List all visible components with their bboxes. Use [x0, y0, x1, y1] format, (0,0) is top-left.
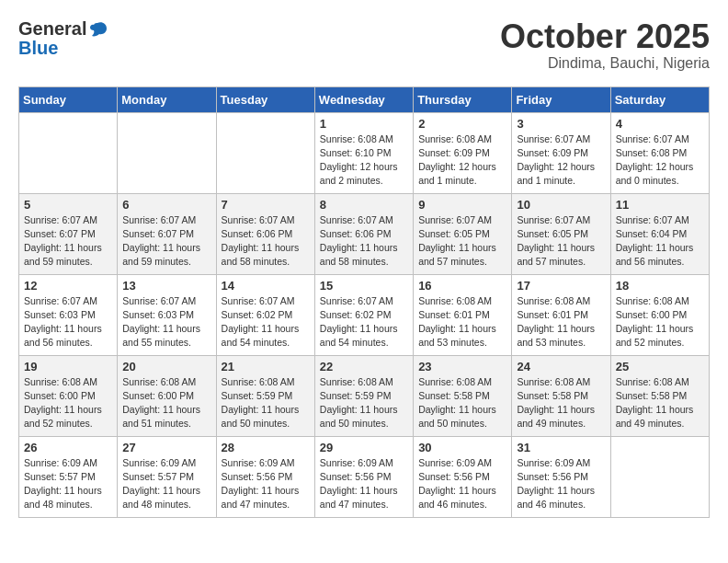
day-info: Sunrise: 6:08 AMSunset: 5:58 PMDaylight:… — [517, 375, 605, 431]
calendar-cell: 28Sunrise: 6:09 AMSunset: 5:56 PMDayligh… — [216, 436, 314, 517]
calendar-header-row: SundayMondayTuesdayWednesdayThursdayFrid… — [19, 86, 710, 112]
calendar-week-row: 12Sunrise: 6:07 AMSunset: 6:03 PMDayligh… — [19, 274, 710, 355]
day-info: Sunrise: 6:09 AMSunset: 5:57 PMDaylight:… — [24, 456, 112, 512]
day-number: 8 — [320, 198, 408, 212]
calendar-cell: 3Sunrise: 6:07 AMSunset: 6:09 PMDaylight… — [512, 112, 610, 193]
day-number: 17 — [517, 279, 605, 293]
day-info: Sunrise: 6:07 AMSunset: 6:04 PMDaylight:… — [616, 213, 704, 270]
col-header-monday: Monday — [118, 86, 216, 112]
day-number: 18 — [616, 279, 704, 293]
calendar-cell: 24Sunrise: 6:08 AMSunset: 5:58 PMDayligh… — [512, 355, 610, 436]
calendar-cell: 22Sunrise: 6:08 AMSunset: 5:59 PMDayligh… — [314, 355, 413, 436]
calendar-week-row: 1Sunrise: 6:08 AMSunset: 6:10 PMDaylight… — [19, 112, 710, 193]
day-number: 10 — [517, 198, 605, 212]
day-info: Sunrise: 6:07 AMSunset: 6:02 PMDaylight:… — [222, 294, 310, 350]
day-number: 15 — [320, 279, 408, 293]
day-number: 28 — [222, 441, 310, 454]
day-number: 27 — [122, 441, 210, 454]
calendar-cell: 21Sunrise: 6:08 AMSunset: 5:59 PMDayligh… — [216, 355, 314, 436]
calendar-cell: 27Sunrise: 6:09 AMSunset: 5:57 PMDayligh… — [118, 436, 216, 517]
calendar-cell: 25Sunrise: 6:08 AMSunset: 5:58 PMDayligh… — [610, 355, 709, 436]
day-info: Sunrise: 6:09 AMSunset: 5:56 PMDaylight:… — [320, 456, 408, 512]
calendar-cell: 31Sunrise: 6:09 AMSunset: 5:56 PMDayligh… — [512, 436, 610, 517]
logo-bird-icon — [88, 21, 108, 38]
calendar-cell: 18Sunrise: 6:08 AMSunset: 6:00 PMDayligh… — [610, 274, 709, 355]
calendar-cell: 26Sunrise: 6:09 AMSunset: 5:57 PMDayligh… — [19, 436, 118, 517]
calendar-cell: 20Sunrise: 6:08 AMSunset: 6:00 PMDayligh… — [118, 355, 216, 436]
logo-general-text: General — [18, 18, 86, 40]
calendar-cell: 6Sunrise: 6:07 AMSunset: 6:07 PMDaylight… — [118, 193, 216, 274]
calendar-cell — [19, 112, 118, 193]
day-info: Sunrise: 6:07 AMSunset: 6:07 PMDaylight:… — [122, 213, 210, 270]
day-number: 6 — [122, 198, 210, 212]
day-info: Sunrise: 6:07 AMSunset: 6:05 PMDaylight:… — [517, 213, 605, 270]
calendar-cell: 17Sunrise: 6:08 AMSunset: 6:01 PMDayligh… — [512, 274, 610, 355]
day-info: Sunrise: 6:08 AMSunset: 5:58 PMDaylight:… — [418, 375, 506, 431]
day-info: Sunrise: 6:07 AMSunset: 6:06 PMDaylight:… — [320, 213, 408, 270]
day-info: Sunrise: 6:07 AMSunset: 6:05 PMDaylight:… — [418, 213, 506, 270]
day-number: 11 — [616, 198, 704, 212]
calendar-cell: 29Sunrise: 6:09 AMSunset: 5:56 PMDayligh… — [314, 436, 413, 517]
day-number: 14 — [222, 279, 310, 293]
day-number: 3 — [517, 117, 605, 131]
col-header-tuesday: Tuesday — [216, 86, 314, 112]
calendar-cell: 14Sunrise: 6:07 AMSunset: 6:02 PMDayligh… — [216, 274, 314, 355]
day-number: 23 — [418, 360, 506, 373]
day-info: Sunrise: 6:08 AMSunset: 6:09 PMDaylight:… — [418, 132, 506, 189]
day-info: Sunrise: 6:07 AMSunset: 6:03 PMDaylight:… — [24, 294, 112, 350]
day-number: 2 — [418, 117, 506, 131]
day-number: 20 — [122, 360, 210, 373]
day-info: Sunrise: 6:08 AMSunset: 5:59 PMDaylight:… — [320, 375, 408, 431]
day-info: Sunrise: 6:08 AMSunset: 5:58 PMDaylight:… — [616, 375, 704, 431]
day-info: Sunrise: 6:09 AMSunset: 5:56 PMDaylight:… — [222, 456, 310, 512]
day-info: Sunrise: 6:08 AMSunset: 5:59 PMDaylight:… — [222, 375, 310, 431]
day-number: 13 — [122, 279, 210, 293]
day-info: Sunrise: 6:08 AMSunset: 6:10 PMDaylight:… — [320, 132, 408, 189]
day-info: Sunrise: 6:08 AMSunset: 6:00 PMDaylight:… — [616, 294, 704, 350]
col-header-saturday: Saturday — [610, 86, 709, 112]
calendar-cell — [610, 436, 709, 517]
day-info: Sunrise: 6:07 AMSunset: 6:06 PMDaylight:… — [222, 213, 310, 270]
day-number: 16 — [418, 279, 506, 293]
day-number: 5 — [24, 198, 112, 212]
day-number: 26 — [24, 441, 112, 454]
logo: General Blue — [18, 18, 108, 59]
calendar-cell: 8Sunrise: 6:07 AMSunset: 6:06 PMDaylight… — [314, 193, 413, 274]
day-info: Sunrise: 6:08 AMSunset: 6:01 PMDaylight:… — [418, 294, 506, 350]
day-info: Sunrise: 6:07 AMSunset: 6:02 PMDaylight:… — [320, 294, 408, 350]
day-info: Sunrise: 6:07 AMSunset: 6:07 PMDaylight:… — [24, 213, 112, 270]
col-header-friday: Friday — [512, 86, 610, 112]
day-number: 4 — [616, 117, 704, 131]
calendar-week-row: 5Sunrise: 6:07 AMSunset: 6:07 PMDaylight… — [19, 193, 710, 274]
calendar-cell: 1Sunrise: 6:08 AMSunset: 6:10 PMDaylight… — [314, 112, 413, 193]
day-info: Sunrise: 6:09 AMSunset: 5:56 PMDaylight:… — [418, 456, 506, 512]
page-header: General Blue October 2025 Dindima, Bauch… — [18, 18, 710, 72]
calendar-cell: 4Sunrise: 6:07 AMSunset: 6:08 PMDaylight… — [610, 112, 709, 193]
day-number: 24 — [517, 360, 605, 373]
calendar-cell: 15Sunrise: 6:07 AMSunset: 6:02 PMDayligh… — [314, 274, 413, 355]
col-header-thursday: Thursday — [414, 86, 512, 112]
calendar-cell: 10Sunrise: 6:07 AMSunset: 6:05 PMDayligh… — [512, 193, 610, 274]
calendar-week-row: 26Sunrise: 6:09 AMSunset: 5:57 PMDayligh… — [19, 436, 710, 517]
day-number: 9 — [418, 198, 506, 212]
day-number: 31 — [517, 441, 605, 454]
day-number: 25 — [616, 360, 704, 373]
day-info: Sunrise: 6:07 AMSunset: 6:03 PMDaylight:… — [122, 294, 210, 350]
logo-blue-text: Blue — [18, 38, 108, 59]
day-info: Sunrise: 6:08 AMSunset: 6:00 PMDaylight:… — [24, 375, 112, 431]
calendar-cell: 16Sunrise: 6:08 AMSunset: 6:01 PMDayligh… — [414, 274, 512, 355]
calendar-cell: 5Sunrise: 6:07 AMSunset: 6:07 PMDaylight… — [19, 193, 118, 274]
month-title: October 2025 — [500, 18, 710, 55]
location-text: Dindima, Bauchi, Nigeria — [500, 55, 710, 72]
day-info: Sunrise: 6:08 AMSunset: 6:00 PMDaylight:… — [122, 375, 210, 431]
day-info: Sunrise: 6:08 AMSunset: 6:01 PMDaylight:… — [517, 294, 605, 350]
day-number: 30 — [418, 441, 506, 454]
calendar-cell: 9Sunrise: 6:07 AMSunset: 6:05 PMDaylight… — [414, 193, 512, 274]
col-header-sunday: Sunday — [19, 86, 118, 112]
calendar-cell: 23Sunrise: 6:08 AMSunset: 5:58 PMDayligh… — [414, 355, 512, 436]
day-number: 12 — [24, 279, 112, 293]
calendar-cell: 2Sunrise: 6:08 AMSunset: 6:09 PMDaylight… — [414, 112, 512, 193]
calendar-table: SundayMondayTuesdayWednesdayThursdayFrid… — [18, 86, 710, 518]
calendar-cell: 12Sunrise: 6:07 AMSunset: 6:03 PMDayligh… — [19, 274, 118, 355]
col-header-wednesday: Wednesday — [314, 86, 413, 112]
